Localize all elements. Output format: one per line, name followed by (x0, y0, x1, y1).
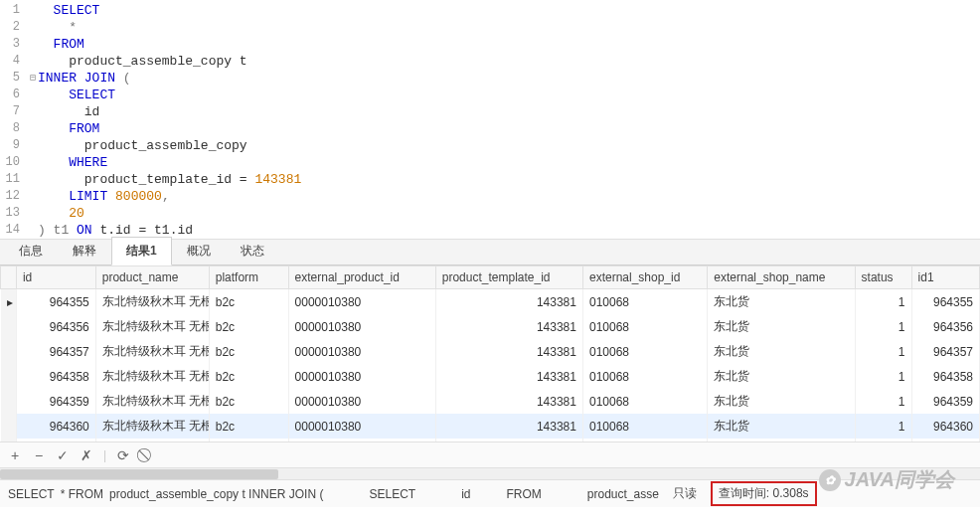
cell-product_name[interactable]: 东北特级秋木耳 无根 (95, 389, 209, 414)
tab-概况[interactable]: 概况 (172, 237, 226, 264)
cell-external_shop_id[interactable]: 010068 (582, 414, 707, 439)
cell-product_name[interactable]: 东北特级秋木耳 无根 (95, 289, 209, 315)
cell-id1[interactable]: 964357 (911, 339, 979, 364)
column-header-external_shop_id[interactable]: external_shop_id (582, 266, 707, 289)
sql-editor[interactable]: 1 SELECT2 *3 FROM4 product_assemble_copy… (0, 0, 980, 240)
cell-product_name[interactable]: 东北特级秋木耳 无根 (95, 314, 209, 339)
cell-id[interactable]: 964359 (16, 389, 95, 414)
code-line[interactable]: WHERE (38, 154, 107, 171)
cell-external_shop_name[interactable]: 东北货 (708, 439, 855, 441)
column-header-product_name[interactable]: product_name (95, 266, 209, 289)
cell-id1[interactable]: 964355 (911, 289, 979, 315)
row-marker[interactable] (1, 364, 17, 389)
cell-status[interactable]: 1 (855, 289, 911, 315)
cell-status[interactable]: 1 (855, 389, 911, 414)
cell-platform[interactable]: b2c (209, 339, 288, 364)
stop-icon[interactable]: ⃠ (140, 448, 154, 462)
horizontal-scrollbar[interactable] (0, 467, 980, 479)
cell-external_shop_name[interactable]: 东北货 (708, 364, 855, 389)
cell-product_template_id[interactable]: 143381 (435, 339, 582, 364)
column-header-status[interactable]: status (855, 266, 911, 289)
code-line[interactable]: product_assemble_copy (38, 137, 247, 154)
result-grid[interactable]: idproduct_nameplatformexternal_product_i… (0, 265, 980, 441)
row-marker[interactable] (1, 439, 17, 441)
tab-结果1[interactable]: 结果1 (111, 237, 172, 265)
cell-product_name[interactable]: 东北特级秋木耳 无根 (95, 439, 209, 441)
cell-external_shop_name[interactable]: 东北货 (708, 389, 855, 414)
cell-external_product_id[interactable]: 0000010380 (288, 289, 435, 315)
code-line[interactable]: * (38, 19, 77, 36)
row-marker[interactable] (1, 414, 17, 439)
cell-id[interactable]: 964357 (16, 339, 95, 364)
add-row-icon[interactable]: + (8, 448, 22, 462)
cell-external_shop_id[interactable]: 010068 (582, 439, 707, 441)
tab-状态[interactable]: 状态 (226, 237, 279, 264)
code-line[interactable]: SELECT (38, 87, 115, 103)
cell-product_template_id[interactable]: 143381 (435, 389, 582, 414)
column-header-id1[interactable]: id1 (911, 266, 979, 289)
code-line[interactable]: FROM (38, 36, 84, 53)
cell-id1[interactable]: 964356 (911, 314, 979, 339)
cell-product_name[interactable]: 东北特级秋木耳 无根 (95, 339, 209, 364)
cell-status[interactable]: 1 (855, 339, 911, 364)
code-line[interactable]: product_assemble_copy t (38, 53, 247, 70)
cell-platform[interactable]: b2c (209, 314, 288, 339)
cell-product_template_id[interactable]: 143381 (435, 439, 582, 441)
cell-external_shop_name[interactable]: 东北货 (708, 314, 855, 339)
scrollbar-thumb[interactable] (0, 469, 278, 479)
cell-external_shop_id[interactable]: 010068 (582, 289, 707, 315)
cell-id1[interactable]: 964361 (911, 439, 979, 441)
table-row[interactable]: 964357东北特级秋木耳 无根b2c000001038014338101006… (1, 339, 980, 364)
cell-external_product_id[interactable]: 0000010380 (288, 414, 435, 439)
cell-external_shop_name[interactable]: 东北货 (708, 289, 855, 315)
cell-external_product_id[interactable]: 0000010380 (288, 339, 435, 364)
tab-信息[interactable]: 信息 (4, 237, 58, 264)
cell-status[interactable]: 1 (855, 439, 911, 441)
cell-platform[interactable]: b2c (209, 414, 288, 439)
cell-external_shop_id[interactable]: 010068 (582, 364, 707, 389)
cell-external_product_id[interactable]: 0000010380 (288, 314, 435, 339)
cell-external_shop_name[interactable]: 东北货 (708, 339, 855, 364)
cell-product_template_id[interactable]: 143381 (435, 414, 582, 439)
cell-product_template_id[interactable]: 143381 (435, 314, 582, 339)
cell-id[interactable]: 964361 (16, 439, 95, 441)
code-line[interactable]: id (38, 103, 99, 120)
cell-external_product_id[interactable]: 0000010380 (288, 389, 435, 414)
column-header-id[interactable]: id (16, 266, 95, 289)
cell-platform[interactable]: b2c (209, 364, 288, 389)
column-header-external_shop_name[interactable]: external_shop_name (708, 266, 855, 289)
cell-id1[interactable]: 964358 (911, 364, 979, 389)
table-row[interactable]: 964361东北特级秋木耳 无根b2c000001038014338101006… (1, 439, 980, 441)
row-marker[interactable] (1, 339, 17, 364)
table-row[interactable]: 964358东北特级秋木耳 无根b2c000001038014338101006… (1, 364, 980, 389)
cell-id[interactable]: 964358 (16, 364, 95, 389)
cell-status[interactable]: 1 (855, 414, 911, 439)
cancel-icon[interactable]: ✗ (80, 448, 93, 462)
row-marker[interactable] (1, 314, 17, 339)
table-row[interactable]: 964359东北特级秋木耳 无根b2c000001038014338101006… (1, 389, 980, 414)
cell-id1[interactable]: 964359 (911, 389, 979, 414)
column-header-external_product_id[interactable]: external_product_id (288, 266, 435, 289)
row-marker[interactable]: ▸ (1, 289, 17, 315)
cell-id[interactable]: 964355 (16, 289, 95, 315)
cell-external_product_id[interactable]: 0000010380 (288, 364, 435, 389)
cell-external_shop_id[interactable]: 010068 (582, 389, 707, 414)
cell-id[interactable]: 964356 (16, 314, 95, 339)
cell-external_product_id[interactable]: 0000010380 (288, 439, 435, 441)
cell-external_shop_id[interactable]: 010068 (582, 314, 707, 339)
code-line[interactable]: 20 (38, 205, 84, 222)
tab-解释[interactable]: 解释 (58, 237, 111, 264)
column-header-product_template_id[interactable]: product_template_id (435, 266, 582, 289)
cell-platform[interactable]: b2c (209, 389, 288, 414)
cell-status[interactable]: 1 (855, 364, 911, 389)
cell-status[interactable]: 1 (855, 314, 911, 339)
cell-product_template_id[interactable]: 143381 (435, 364, 582, 389)
cell-platform[interactable]: b2c (209, 439, 288, 441)
code-line[interactable]: SELECT (38, 2, 99, 19)
table-row[interactable]: 964356东北特级秋木耳 无根b2c000001038014338101006… (1, 314, 980, 339)
delete-row-icon[interactable]: − (32, 448, 46, 462)
table-row[interactable]: ▸964355东北特级秋木耳 无根b2c00000103801433810100… (1, 289, 980, 315)
cell-external_shop_id[interactable]: 010068 (582, 339, 707, 364)
row-marker[interactable] (1, 389, 17, 414)
refresh-icon[interactable]: ⟳ (116, 448, 130, 462)
